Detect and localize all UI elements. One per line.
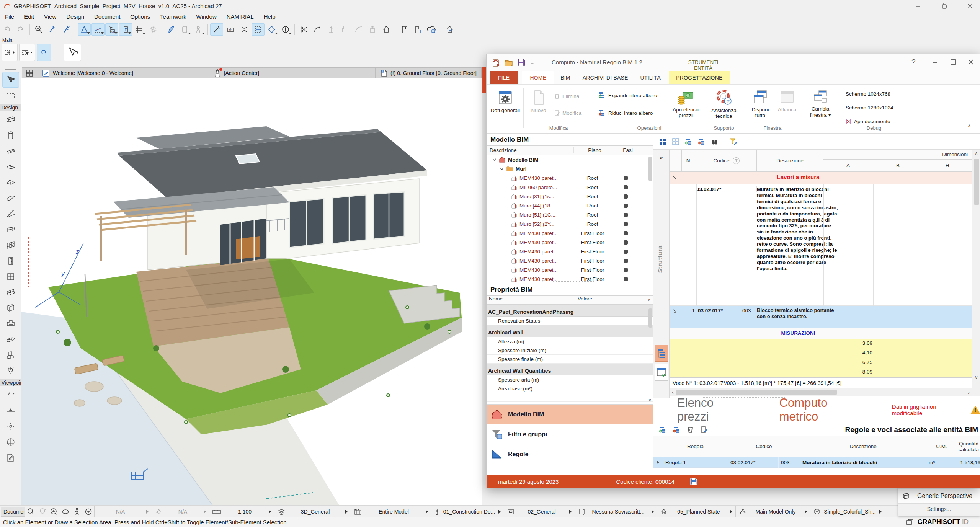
arrow-tool[interactable] [2,72,19,88]
filter-edit-icon[interactable] [728,137,739,147]
split-icon[interactable] [297,23,310,36]
hotlink-button[interactable] [37,44,51,61]
card-view-icon[interactable] [657,137,668,147]
prop-scroll-up-icon[interactable]: ∧ [645,296,653,303]
coordinates-icon[interactable]: XY: [105,23,118,36]
zoom-next-icon[interactable] [37,507,48,517]
qo-dimension-style[interactable]: 01_Construction Do... [431,506,504,518]
3d-viewport[interactable]: z y [21,78,482,505]
tree-item[interactable]: Muro [52] (2Y...Roof [487,219,653,228]
grid-view-icon[interactable] [670,137,681,147]
category-row[interactable]: Lavori a misura [670,172,972,184]
rules-expand-icon[interactable] [657,425,668,435]
selected-voce-row[interactable]: 1 03.02.017* 003 Blocco termico sismico … [670,306,972,328]
measure-row[interactable]: 4,10 [670,349,972,358]
collapse-row-icon[interactable] [673,176,677,180]
tree-item[interactable]: MEM430 paret...First Floor [487,256,653,265]
opening-tool[interactable] [2,300,19,316]
assistenza-tecnica-button[interactable]: ? Assistenza tecnica [708,88,740,127]
menu-namirial[interactable]: NAMIRIAL [222,13,259,20]
explore-icon[interactable] [71,507,83,517]
col-piano[interactable]: Piano [574,147,616,153]
menu-file[interactable]: File [0,13,19,20]
scroll-left-icon[interactable]: ‹ [670,389,676,395]
tree-folder-muri[interactable]: Muri [487,164,653,173]
header-h[interactable]: H [923,160,972,172]
fillet-icon[interactable] [352,23,365,36]
cambia-finestra-button[interactable]: Cambia finestra ▾ [805,88,836,127]
elevation-snap-icon[interactable] [119,23,132,36]
marquee-transform-icon[interactable] [252,23,265,36]
col-nome[interactable]: Nome [487,296,575,304]
measure-row[interactable]: 3,69 [670,339,972,349]
rules-header-um[interactable]: U.M. [926,436,957,457]
guide-lines-icon[interactable] [78,23,91,36]
measure-row[interactable]: 6,75 [670,358,972,368]
select-module-button[interactable] [19,44,35,61]
affianca-button[interactable]: Affianca [774,88,800,127]
riduci-albero-button[interactable]: Riduci intero albero [598,108,653,117]
zoom-in-icon[interactable] [48,507,60,517]
worksheet-tool[interactable] [2,434,19,450]
app-home-icon[interactable] [491,58,500,67]
rules-collapse-icon[interactable] [671,425,682,435]
close-icon[interactable] [965,2,975,11]
tab-elenco-prezzi[interactable]: Elenco prezzi [677,396,745,424]
modifica-button[interactable]: Modifica [554,108,581,117]
menu-window[interactable]: Window [191,13,221,20]
tab-archivi[interactable]: ARCHIVI DI BASE [577,71,634,84]
prop-row[interactable]: Spessore aria (m) [487,375,653,384]
prop-row[interactable]: Spessore finale (m) [487,355,653,364]
cancel-icon[interactable] [238,23,251,36]
tree-view-toggle[interactable] [655,345,668,362]
redo-icon[interactable] [14,23,27,36]
rules-header-descrizione[interactable]: Descrizione [800,436,926,457]
inject-parameters-icon[interactable] [60,23,73,36]
qo-graphic-overrides[interactable]: Nessuna Sovrascritt... [575,506,657,518]
home-story-icon[interactable] [380,23,393,36]
espandi-albero-button[interactable]: Espandi intero albero [598,91,657,100]
teamwork-cloud-icon[interactable] [425,23,438,36]
binoculars-icon[interactable] [709,137,720,147]
prop-row-partial[interactable] [487,393,653,402]
minimize-icon[interactable] [913,2,923,11]
pickup-parameters-icon[interactable] [46,23,59,36]
column-tool[interactable] [2,127,19,143]
palette-handle[interactable] [5,69,16,70]
header-codice[interactable]: Codice [696,150,757,172]
rules-delete-icon[interactable] [685,425,696,435]
zoom-out-icon[interactable] [25,507,37,517]
col-descrizione[interactable]: Descrizione [487,147,574,153]
flag-icon[interactable] [398,23,411,36]
nav-filtri-gruppi[interactable]: Filtri e gruppi [487,424,653,444]
current-view-row[interactable]: Generic Perspective [898,489,980,503]
collapse-panel-button[interactable]: » [653,150,669,160]
magic-wand-icon[interactable] [210,23,223,36]
settings-button[interactable]: Settings... [898,503,980,514]
prop-scroll-down-icon[interactable]: ∨ [648,397,652,403]
gravity-icon[interactable] [165,23,178,36]
mesh-tool[interactable] [2,331,19,347]
review-icon[interactable] [443,23,456,36]
tree-item[interactable]: MEM430 paret...First Floor [487,238,653,247]
tree-item[interactable]: MEM430 paret...First Floor [487,265,653,274]
measure-icon[interactable]: 12 [224,23,237,36]
prop-group[interactable]: Archicad Wall [487,328,653,337]
figure-icon[interactable] [192,23,205,36]
prop-scrollbar[interactable] [648,308,652,328]
menu-edit[interactable]: Edit [19,13,39,20]
menu-view[interactable]: View [39,13,61,20]
prop-row[interactable]: Area base (m²) [487,384,653,393]
trim-icon[interactable] [338,23,351,36]
section-splitter[interactable] [703,397,787,398]
save-icon[interactable] [517,58,526,67]
undo-icon[interactable] [0,23,13,36]
detail-tool[interactable] [2,450,19,465]
header-n[interactable]: N. [682,150,696,172]
qo-scale[interactable]: 1:100 [209,506,274,518]
document-tab[interactable]: Documen [1,507,25,517]
header-b[interactable]: B [873,160,923,172]
scroll-thumb[interactable] [676,390,837,395]
tree-item[interactable]: MEM430 paret...First Floor [487,228,653,238]
drag-icon[interactable] [325,23,338,36]
